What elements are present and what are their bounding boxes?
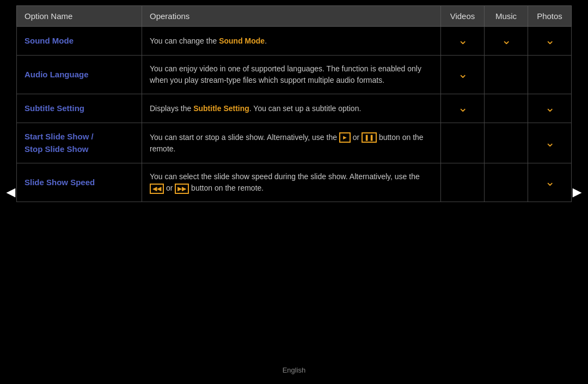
header-operations: Operations	[142, 6, 441, 27]
check-slidespeed-videos	[441, 163, 485, 202]
table-row: Subtitle Setting Displays the Subtitle S…	[17, 94, 572, 123]
highlight-subtitle-setting: Subtitle Setting	[193, 104, 249, 113]
chevron-videos-1: ⌄	[458, 34, 468, 46]
option-slide-show-speed: Slide Show Speed	[17, 163, 142, 202]
chevron-videos-3: ⌄	[458, 102, 468, 114]
header-videos: Videos	[441, 6, 485, 27]
check-subtitle-videos: ⌄	[441, 94, 485, 123]
ops-subtitle-setting: Displays the Subtitle Setting. You can s…	[142, 94, 441, 123]
play-icon: ►	[339, 132, 351, 143]
check-slidespeed-music	[485, 163, 528, 202]
rewind-icon: ◀◀	[150, 184, 164, 194]
footer-language: English	[283, 366, 306, 374]
check-audio-language-photos	[528, 56, 572, 94]
check-slideshow-toggle-videos	[441, 123, 485, 163]
check-slidespeed-photos: ⌄	[528, 163, 572, 202]
ops-slide-show-toggle: You can start or stop a slide show. Alte…	[142, 123, 441, 163]
chevron-photos-3: ⌄	[545, 102, 555, 114]
header-option: Option Name	[17, 6, 142, 27]
table-row: Audio Language You can enjoy video in on…	[17, 56, 572, 94]
chevron-videos-2: ⌄	[458, 68, 468, 80]
check-sound-mode-music: ⌄	[485, 27, 528, 56]
ops-sound-mode: You can change the Sound Mode.	[142, 27, 441, 56]
header-photos: Photos	[528, 6, 572, 27]
table-container: Option Name Operations Videos Music Phot…	[16, 5, 572, 202]
ops-audio-language: You can enjoy video in one of supported …	[142, 56, 441, 94]
table-row: Sound Mode You can change the Sound Mode…	[17, 27, 572, 56]
table-row: Start Slide Show /Stop Slide Show You ca…	[17, 123, 572, 163]
ops-slide-show-speed: You can select the slide show speed duri…	[142, 163, 441, 202]
chevron-photos-1: ⌄	[545, 34, 555, 46]
check-audio-language-videos: ⌄	[441, 56, 485, 94]
option-audio-language: Audio Language	[17, 56, 142, 94]
table-row: Slide Show Speed You can select the slid…	[17, 163, 572, 202]
check-slideshow-toggle-photos: ⌄	[528, 123, 572, 163]
option-sound-mode: Sound Mode	[17, 27, 142, 56]
check-audio-language-music	[485, 56, 528, 94]
header-music: Music	[485, 6, 528, 27]
option-slide-show-toggle: Start Slide Show /Stop Slide Show	[17, 123, 142, 163]
check-subtitle-photos: ⌄	[528, 94, 572, 123]
fast-forward-icon: ▶▶	[175, 184, 189, 194]
check-sound-mode-photos: ⌄	[528, 27, 572, 56]
option-subtitle-setting: Subtitle Setting	[17, 94, 142, 123]
check-subtitle-music	[485, 94, 528, 123]
check-sound-mode-videos: ⌄	[441, 27, 485, 56]
chevron-photos-4: ⌄	[545, 137, 555, 149]
check-slideshow-toggle-music	[485, 123, 528, 163]
highlight-sound-mode: Sound Mode	[219, 36, 265, 45]
pause-icon: ❚❚	[362, 132, 377, 143]
chevron-photos-5: ⌄	[545, 176, 555, 188]
chevron-music-1: ⌄	[501, 34, 511, 46]
